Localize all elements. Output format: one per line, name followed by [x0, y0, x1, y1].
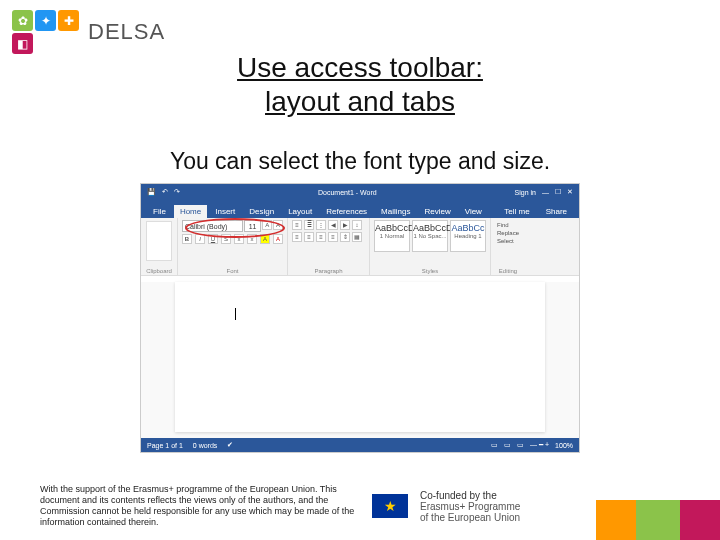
tab-insert[interactable]: Insert [209, 205, 241, 218]
spellcheck-icon[interactable]: ✔ [227, 441, 233, 449]
tab-layout[interactable]: Layout [282, 205, 318, 218]
justify-icon[interactable]: ≡ [328, 232, 338, 242]
minimize-icon[interactable]: — [542, 189, 549, 196]
font-name-select[interactable]: Calibri (Body) [182, 220, 243, 232]
share-button[interactable]: Share [540, 205, 573, 218]
slide-title-line1: Use access toolbar: [0, 52, 720, 84]
eu-cofunded-text: Co-funded by the Erasmus+ Programme of t… [420, 490, 520, 523]
superscript-icon[interactable]: x [247, 234, 257, 244]
accent-tile [596, 500, 636, 540]
shading-icon[interactable]: ▦ [352, 232, 362, 242]
ribbon-tabs: File Home Insert Design Layout Reference… [141, 200, 579, 218]
group-styles: AaBbCcDd1 Normal AaBbCcDd1 No Spac... Aa… [370, 218, 491, 275]
accent-tiles [596, 500, 720, 540]
indent-left-icon[interactable]: ◀ [328, 220, 338, 230]
tab-review[interactable]: Review [418, 205, 456, 218]
tab-design[interactable]: Design [243, 205, 280, 218]
style-heading1[interactable]: AaBbCcHeading 1 [450, 220, 486, 252]
strike-button[interactable]: S [221, 234, 231, 244]
text-cursor [235, 308, 236, 320]
status-words[interactable]: 0 words [193, 442, 218, 449]
document-area[interactable] [141, 282, 579, 442]
tab-view[interactable]: View [459, 205, 488, 218]
view-print-icon[interactable]: ▭ [504, 441, 511, 449]
window-title: Document1 - Word [318, 189, 377, 196]
style-nospacing[interactable]: AaBbCcDd1 No Spac... [412, 220, 448, 252]
slide-title-line2: layout and tabs [0, 86, 720, 118]
align-center-icon[interactable]: ≡ [304, 232, 314, 242]
align-right-icon[interactable]: ≡ [316, 232, 326, 242]
shrink-font-icon[interactable]: A [273, 220, 283, 230]
zoom-slider[interactable]: — ━ + [530, 441, 549, 449]
bold-button[interactable]: B [182, 234, 192, 244]
tile-icon: ◧ [12, 33, 33, 54]
brand-name: DELSA [88, 19, 165, 45]
line-spacing-icon[interactable]: ⇕ [340, 232, 350, 242]
numbering-icon[interactable]: ≣ [304, 220, 314, 230]
bullets-icon[interactable]: ≡ [292, 220, 302, 230]
tab-references[interactable]: References [320, 205, 373, 218]
signin-link[interactable]: Sign in [515, 189, 536, 196]
accent-tile [680, 500, 720, 540]
view-read-icon[interactable]: ▭ [491, 441, 498, 449]
word-titlebar: 💾 ↶ ↷ Document1 - Word Sign in — ☐ ✕ [141, 184, 579, 200]
grow-font-icon[interactable]: A [262, 220, 272, 230]
replace-button[interactable]: Replace [497, 230, 519, 236]
sort-icon[interactable]: ↕ [352, 220, 362, 230]
tab-home[interactable]: Home [174, 205, 207, 218]
highlight-icon[interactable]: A [260, 234, 270, 244]
accent-tile [636, 500, 680, 540]
tell-me[interactable]: Tell me [498, 205, 535, 218]
tab-mailings[interactable]: Mailings [375, 205, 416, 218]
tile-icon: ✚ [58, 10, 79, 31]
document-page[interactable] [175, 282, 545, 432]
undo-icon[interactable]: ↶ [162, 188, 168, 196]
zoom-level[interactable]: 100% [555, 442, 573, 449]
slide-header: ✿ ✦ ✚ ◧ DELSA [0, 0, 720, 58]
font-size-select[interactable]: 11 [244, 220, 262, 232]
eu-flag-icon: ★ [372, 494, 408, 518]
style-normal[interactable]: AaBbCcDd1 Normal [374, 220, 410, 252]
multilevel-icon[interactable]: ⋮ [316, 220, 326, 230]
maximize-icon[interactable]: ☐ [555, 188, 561, 196]
tile-icon: ✿ [12, 10, 33, 31]
disclaimer-text: With the support of the Erasmus+ program… [40, 484, 360, 528]
status-page[interactable]: Page 1 of 1 [147, 442, 183, 449]
save-icon[interactable]: 💾 [147, 188, 156, 196]
paste-button[interactable] [146, 221, 172, 261]
underline-button[interactable]: U [208, 234, 218, 244]
find-button[interactable]: Find [497, 222, 519, 228]
select-button[interactable]: Select [497, 238, 519, 244]
close-icon[interactable]: ✕ [567, 188, 573, 196]
tile-icon: ✦ [35, 10, 56, 31]
status-bar: Page 1 of 1 0 words ✔ ▭ ▭ ▭ — ━ + 100% [141, 438, 579, 452]
font-color-icon[interactable]: A [273, 234, 283, 244]
indent-right-icon[interactable]: ▶ [340, 220, 350, 230]
group-editing: Find Replace Select Editing [491, 218, 525, 275]
tab-file[interactable]: File [147, 205, 172, 218]
align-left-icon[interactable]: ≡ [292, 232, 302, 242]
group-font: Calibri (Body) 11 A A B I U S x x A A Fo… [178, 218, 288, 275]
group-paragraph: ≡ ≣ ⋮ ◀ ▶ ↕ ≡ ≡ ≡ ≡ ⇕ ▦ Paragraph [288, 218, 370, 275]
group-clipboard: Clipboard [141, 218, 178, 275]
subscript-icon[interactable]: x [234, 234, 244, 244]
ribbon: Clipboard Calibri (Body) 11 A A B I U S … [141, 218, 579, 276]
redo-icon[interactable]: ↷ [174, 188, 180, 196]
word-screenshot: 💾 ↶ ↷ Document1 - Word Sign in — ☐ ✕ Fil… [140, 183, 580, 453]
logo-tiles: ✿ ✦ ✚ ◧ [12, 10, 80, 54]
slide-description: You can select the font type and size. [0, 148, 720, 175]
view-web-icon[interactable]: ▭ [517, 441, 524, 449]
italic-button[interactable]: I [195, 234, 205, 244]
